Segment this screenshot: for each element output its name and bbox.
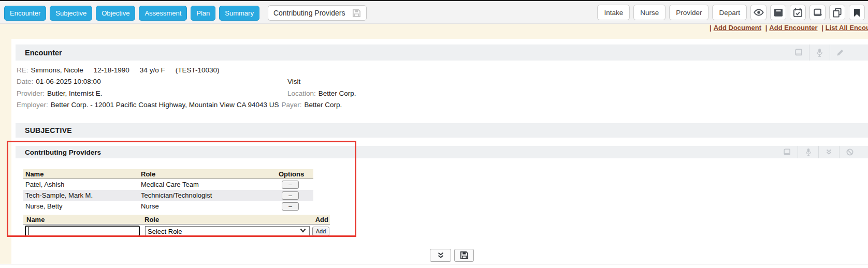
provider-line: Provider: Butler, Internist E. Location:…	[17, 87, 856, 99]
book-icon	[783, 148, 791, 156]
role-column-header: Role	[143, 216, 312, 224]
patient-chart-id: (TEST-10030)	[176, 66, 220, 74]
nav-assessment-button[interactable]: Assessment	[139, 6, 187, 21]
note-title-field[interactable]: Contributing Providers	[268, 5, 367, 21]
microphone-icon	[805, 148, 812, 156]
remove-provider-button[interactable]: –	[282, 181, 299, 189]
date-label: Date:	[17, 78, 33, 85]
add-encounter-link[interactable]: Add Encounter	[769, 24, 817, 32]
section-nav-group: Encounter Subjective Objective Assessmen…	[4, 5, 367, 21]
bottom-strip	[0, 264, 868, 268]
add-column-header: Add	[312, 216, 330, 224]
contributing-providers-title: Contributing Providers	[16, 148, 101, 156]
book-icon	[794, 49, 803, 56]
remove-provider-button[interactable]: –	[282, 202, 299, 211]
table-header-row: Name Role Options	[23, 169, 313, 179]
employer-line: Employer: Better Corp. - 12001 Pacific C…	[17, 99, 856, 111]
add-provider-table: Name Role Add	[23, 215, 330, 225]
date-value: 01-06-2025 10:08:00	[36, 78, 100, 85]
nav-encounter-button[interactable]: Encounter	[4, 6, 46, 21]
collapse-section-button[interactable]	[430, 249, 451, 262]
payer-value: Better Corp.	[305, 101, 342, 109]
visit-type: Visit	[287, 78, 300, 85]
name-column-header: Name	[23, 216, 143, 224]
copy-icon	[832, 8, 842, 18]
remove-provider-button[interactable]: –	[282, 191, 299, 200]
provider-role: Nurse	[141, 202, 274, 210]
depart-button[interactable]: Depart	[712, 5, 747, 20]
intake-button[interactable]: Intake	[597, 5, 630, 20]
provider-button[interactable]: Provider	[669, 5, 708, 20]
encounter-header-icons	[788, 44, 868, 61]
calendar-check-icon	[793, 8, 803, 18]
nav-plan-button[interactable]: Plan	[191, 6, 215, 21]
book-icon-button[interactable]	[777, 146, 798, 158]
encounter-links-row: |Add Document |Add Encounter |List All E…	[707, 24, 868, 33]
provider-role: Technician/Technologist	[141, 191, 274, 199]
ehr-encounter-screen: Encounter Subjective Objective Assessmen…	[0, 0, 868, 268]
table-row: Nurse, Betty Nurse –	[23, 201, 313, 212]
book-icon	[813, 8, 822, 17]
contributing-providers-section-header: Contributing Providers	[16, 146, 868, 158]
subjective-section-title: SUBJECTIVE	[16, 126, 72, 135]
encounter-section-title: Encounter	[16, 49, 62, 57]
role-select-wrap: Select Role	[145, 226, 310, 237]
nav-objective-button[interactable]: Objective	[96, 6, 135, 21]
table-row: Tech-Sample, Mark M. Technician/Technolo…	[23, 190, 313, 201]
text-caret	[28, 227, 29, 235]
options-column-header: Options	[274, 170, 313, 178]
microphone-icon-button[interactable]	[798, 146, 818, 158]
role-select[interactable]: Select Role	[145, 226, 310, 237]
provider-name: Nurse, Betty	[23, 202, 141, 210]
archive-icon-button[interactable]	[770, 5, 786, 20]
contributing-header-icons	[777, 146, 868, 158]
subjective-section-header: SUBJECTIVE	[16, 123, 868, 138]
add-header-row: Name Role Add	[23, 215, 330, 225]
copy-icon-button[interactable]	[829, 5, 845, 20]
encounter-info: RE: Simmons, Nicole 12-18-1990 34 y/o F …	[17, 64, 856, 111]
patient-line: RE: Simmons, Nicole 12-18-1990 34 y/o F …	[17, 64, 856, 76]
name-column-header: Name	[23, 170, 141, 178]
cancel-icon-button[interactable]	[839, 146, 860, 158]
collapse-chevrons-icon-button[interactable]	[818, 146, 839, 158]
provider-name: Patel, Ashish	[23, 181, 141, 188]
calendar-check-icon-button[interactable]	[790, 5, 806, 20]
re-label: RE:	[17, 66, 28, 74]
patient-dob: 12-18-1990	[94, 66, 129, 74]
provider-label: Provider:	[17, 90, 45, 97]
book-icon-button[interactable]	[809, 5, 826, 20]
archive-icon	[774, 8, 783, 17]
microphone-icon	[816, 48, 823, 57]
contributing-providers-table: Name Role Options Patel, Ashish Medical …	[23, 169, 313, 212]
encounter-section-header: Encounter	[16, 44, 868, 61]
list-all-encounters-link[interactable]: List All Encounters	[826, 24, 868, 32]
add-document-link[interactable]: Add Document	[714, 24, 761, 32]
role-column-header: Role	[141, 170, 274, 178]
payer-label: Payer:	[282, 101, 302, 109]
chevron-double-down-icon	[826, 149, 832, 155]
employer-label: Employer:	[17, 101, 48, 109]
top-toolbar: Encounter Subjective Objective Assessmen…	[0, 1, 868, 24]
nav-summary-button[interactable]: Summary	[219, 6, 259, 21]
eye-icon-button[interactable]	[750, 5, 766, 20]
pencil-icon-button[interactable]	[830, 44, 850, 61]
eye-icon	[753, 9, 764, 16]
date-line: Date: 01-06-2025 10:08:00 Visit	[17, 76, 856, 88]
save-icon	[460, 251, 469, 260]
table-row: Patel, Ashish Medical Care Team –	[23, 179, 313, 190]
provider-role: Medical Care Team	[141, 181, 274, 188]
stage-button-group: Intake Nurse Provider Depart	[597, 5, 865, 20]
save-icon-disabled	[352, 9, 361, 18]
note-title-text: Contributing Providers	[273, 9, 345, 17]
nav-subjective-button[interactable]: Subjective	[50, 6, 92, 21]
book-icon-button[interactable]	[788, 44, 809, 61]
chevron-double-down-icon	[437, 252, 444, 259]
provider-name-input[interactable]	[25, 226, 140, 236]
add-provider-button[interactable]: Add	[312, 227, 329, 236]
nurse-button[interactable]: Nurse	[633, 5, 666, 20]
bookmark-icon	[853, 8, 860, 17]
provider-name: Tech-Sample, Mark M.	[23, 191, 141, 199]
bookmark-icon-button[interactable]	[849, 5, 865, 20]
save-section-button[interactable]	[454, 249, 474, 262]
microphone-icon-button[interactable]	[809, 44, 830, 61]
